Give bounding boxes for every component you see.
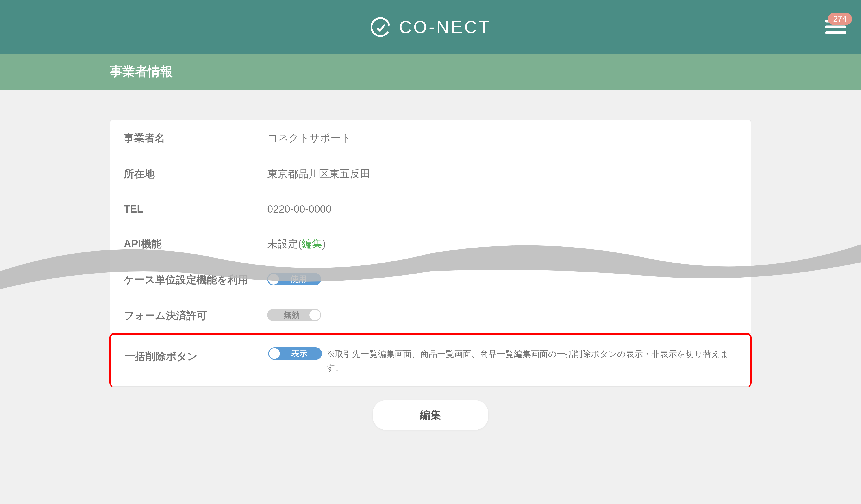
- value-address: 東京都品川区東五反田: [267, 167, 737, 181]
- row-form-payment: フォーム決済許可 無効: [110, 298, 751, 334]
- label-api: API機能: [124, 237, 267, 251]
- page-title: 事業者情報: [110, 63, 173, 80]
- label-company-name: 事業者名: [124, 131, 267, 145]
- value-api: 未設定(編集): [267, 237, 737, 251]
- toggle-form-payment[interactable]: 無効: [267, 309, 321, 321]
- brand-icon: [370, 16, 391, 38]
- page-sub-header: 事業者情報: [0, 54, 861, 90]
- content-area: 事業者名 コネクトサポート 所在地 東京都品川区東五反田 TEL 0220-00…: [0, 90, 861, 443]
- api-edit-link[interactable]: 編集: [302, 238, 322, 249]
- toggle-case-unit[interactable]: 使用: [267, 273, 321, 285]
- brand-logo: CO-NECT: [370, 16, 491, 38]
- label-bulk-delete: 一括削除ボタン: [125, 347, 268, 364]
- row-api: API機能 未設定(編集): [110, 226, 751, 262]
- toggle-bulk-delete[interactable]: 表示: [268, 347, 322, 360]
- row-case-unit: ケース単位設定機能を利用 使用: [110, 262, 751, 298]
- row-tel: TEL 0220-00-0000: [110, 192, 751, 226]
- svg-point-0: [371, 18, 390, 36]
- toggle-knob: [310, 310, 320, 321]
- row-address: 所在地 東京都品川区東五反田: [110, 156, 751, 192]
- bulk-delete-note: ※取引先一覧編集画面、商品一覧画面、商品一覧編集画面の一括削除ボタンの表示・非表…: [327, 347, 736, 374]
- app-header: CO-NECT 274: [0, 0, 861, 54]
- value-bulk-delete: 表示 ※取引先一覧編集画面、商品一覧画面、商品一覧編集画面の一括削除ボタンの表示…: [268, 347, 736, 374]
- menu-container: 274: [825, 20, 846, 34]
- edit-button-container: 編集: [110, 387, 751, 443]
- notification-badge[interactable]: 274: [828, 13, 852, 25]
- value-case-unit: 使用: [267, 273, 737, 285]
- label-address: 所在地: [124, 167, 267, 181]
- brand-text: CO-NECT: [399, 17, 491, 37]
- info-card: 事業者名 コネクトサポート 所在地 東京都品川区東五反田 TEL 0220-00…: [110, 120, 751, 387]
- label-case-unit: ケース単位設定機能を利用: [124, 273, 267, 287]
- row-bulk-delete: 一括削除ボタン 表示 ※取引先一覧編集画面、商品一覧画面、商品一覧編集画面の一括…: [109, 333, 752, 387]
- value-form-payment: 無効: [267, 309, 737, 321]
- label-form-payment: フォーム決済許可: [124, 309, 267, 323]
- svg-point-1: [370, 16, 391, 38]
- value-company-name: コネクトサポート: [267, 131, 737, 145]
- edit-button[interactable]: 編集: [373, 400, 488, 430]
- value-tel: 0220-00-0000: [267, 203, 737, 215]
- toggle-label: 表示: [269, 348, 323, 359]
- toggle-label: 使用: [268, 274, 322, 285]
- row-company-name: 事業者名 コネクトサポート: [110, 120, 751, 156]
- label-tel: TEL: [124, 203, 267, 215]
